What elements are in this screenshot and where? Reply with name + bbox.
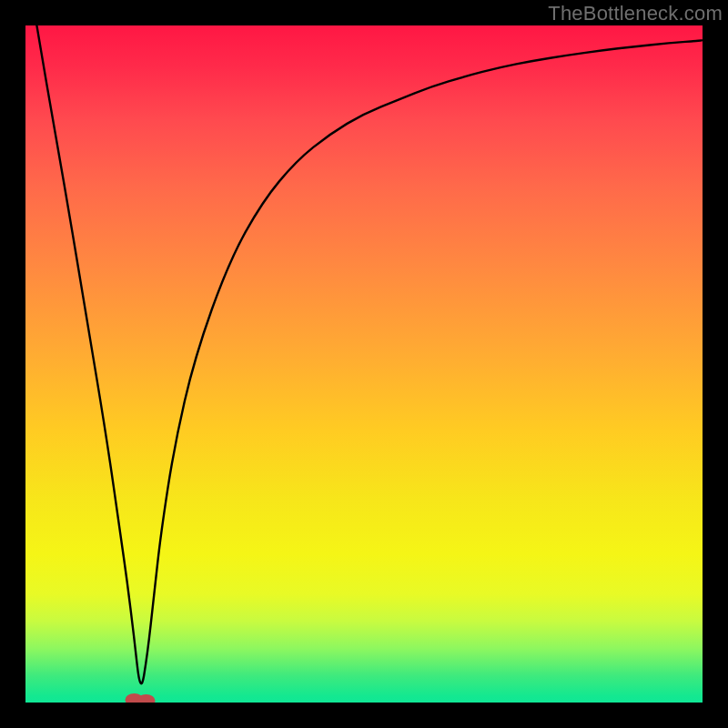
chart-frame	[25, 25, 703, 703]
chart-gradient-background	[25, 25, 703, 703]
watermark-text: TheBottleneck.com	[548, 2, 723, 25]
